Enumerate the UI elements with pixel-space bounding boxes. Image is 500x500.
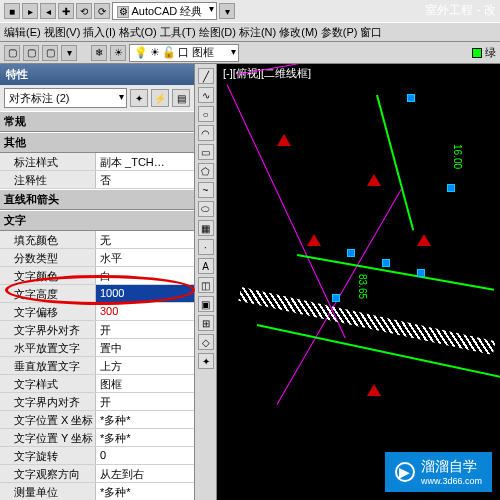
val-annotative[interactable]: 否 (95, 171, 194, 188)
val-alignout[interactable]: 开 (95, 321, 194, 338)
val-inalign[interactable]: 开 (95, 393, 194, 410)
color-swatch[interactable] (472, 48, 482, 58)
menu-view[interactable]: 视图(V) (44, 25, 81, 40)
rect-icon[interactable]: ▭ (198, 144, 214, 160)
val-textstyle[interactable]: 图框 (95, 375, 194, 392)
val-textcolor[interactable]: 白 (95, 267, 194, 284)
menu-window[interactable]: 窗口 (360, 25, 382, 40)
pline-icon[interactable]: ∿ (198, 87, 214, 103)
window-title: 室外工程 - 改 (425, 2, 496, 19)
vertical-toolbar: ╱ ∿ ○ ◠ ▭ ⬠ ~ ⬭ ▦ · A ◫ ▣ ⊞ ◇ ✦ (195, 64, 217, 500)
properties-panel: 特性 对齐标注 (2) ✦ ⚡ ▤ 常规 其他 标注样式副本 _TCH… 注释性… (0, 64, 195, 500)
val-fraction[interactable]: 水平 (95, 249, 194, 266)
cat-lines-arrows[interactable]: 直线和箭头 (0, 189, 194, 210)
dimension-text: 83.65 (357, 274, 368, 299)
arc-icon[interactable]: ◠ (198, 125, 214, 141)
icon-btn[interactable]: ✚ (58, 3, 74, 19)
drawing-canvas[interactable]: [-][俯视][二维线框] 16.00 83.65 ▶ 溜溜自学 www.3d6… (217, 64, 500, 500)
val-texty[interactable]: *多种* (95, 429, 194, 446)
top-toolbar-row1: ■ ▸ ◂ ✚ ⟲ ⟳ ⚙ AutoCAD 经典 ▾ 室外工程 - 改 (0, 0, 500, 22)
val-fill[interactable]: 无 (95, 231, 194, 248)
cat-text[interactable]: 文字 (0, 210, 194, 231)
icon-btn[interactable]: ⟳ (94, 3, 110, 19)
val-textx[interactable]: *多种* (95, 411, 194, 428)
save-icon[interactable]: ■ (4, 3, 20, 19)
val-posh[interactable]: 置中 (95, 339, 194, 356)
icon-btn[interactable]: ◂ (40, 3, 56, 19)
layer-combo[interactable]: 💡☀🔓口 图框 (129, 44, 239, 62)
dimension-text: 16.00 (452, 144, 463, 169)
layer-icon[interactable]: ❄ (91, 45, 107, 61)
menubar: 编辑(E) 视图(V) 插入(I) 格式(O) 工具(T) 绘图(D) 标注(N… (0, 22, 500, 42)
text-icon[interactable]: A (198, 258, 214, 274)
tool-icon[interactable]: ✦ (198, 353, 214, 369)
menu-format[interactable]: 格式(O) (119, 25, 157, 40)
menu-tools[interactable]: 工具(T) (160, 25, 196, 40)
menu-edit[interactable]: 编辑(E) (4, 25, 41, 40)
quick-icon[interactable]: ⚡ (151, 89, 169, 107)
icon-btn[interactable]: ⟲ (76, 3, 92, 19)
val-posv[interactable]: 上方 (95, 357, 194, 374)
tool-icon[interactable]: ◇ (198, 334, 214, 350)
tool-icon[interactable]: ▢ (23, 45, 39, 61)
icon-btn[interactable]: ▸ (22, 3, 38, 19)
tool-icon[interactable]: ▢ (42, 45, 58, 61)
region-icon[interactable]: ▣ (198, 296, 214, 312)
tool-icon[interactable]: ▢ (4, 45, 20, 61)
poly-icon[interactable]: ⬠ (198, 163, 214, 179)
pick-icon[interactable]: ✦ (130, 89, 148, 107)
block-icon[interactable]: ◫ (198, 277, 214, 293)
val-measunit[interactable]: *多种* (95, 483, 194, 500)
menu-modify[interactable]: 修改(M) (279, 25, 318, 40)
icon-btn[interactable]: ▾ (219, 3, 235, 19)
tool-icon[interactable]: ▾ (61, 45, 77, 61)
hatch-icon[interactable]: ▦ (198, 220, 214, 236)
selection-combo[interactable]: 对齐标注 (2) (4, 88, 127, 108)
val-viewdir[interactable]: 从左到右 (95, 465, 194, 482)
workspace-combo[interactable]: ⚙ AutoCAD 经典 (112, 2, 217, 20)
play-icon: ▶ (395, 462, 415, 482)
layer-icon[interactable]: ☀ (110, 45, 126, 61)
val-textoffset[interactable]: 300 (95, 303, 194, 320)
menu-insert[interactable]: 插入(I) (83, 25, 115, 40)
val-textrot[interactable]: 0 (95, 447, 194, 464)
toolbar-row2: ▢ ▢ ▢ ▾ ❄ ☀ 💡☀🔓口 图框 绿 (0, 42, 500, 64)
val-dimstyle[interactable]: 副本 _TCH… (95, 153, 194, 170)
filter-icon[interactable]: ▤ (172, 89, 190, 107)
table-icon[interactable]: ⊞ (198, 315, 214, 331)
circle-icon[interactable]: ○ (198, 106, 214, 122)
menu-param[interactable]: 参数(P) (321, 25, 358, 40)
point-icon[interactable]: · (198, 239, 214, 255)
panel-title: 特性 (0, 64, 194, 85)
watermark: ▶ 溜溜自学 www.3d66.com (385, 452, 492, 492)
menu-draw[interactable]: 绘图(D) (199, 25, 236, 40)
ellipse-icon[interactable]: ⬭ (198, 201, 214, 217)
val-textheight[interactable]: 1000 (95, 285, 194, 302)
color-label: 绿 (485, 45, 496, 60)
cat-general[interactable]: 常规 (0, 111, 194, 132)
spline-icon[interactable]: ~ (198, 182, 214, 198)
menu-dimension[interactable]: 标注(N) (239, 25, 276, 40)
line-icon[interactable]: ╱ (198, 68, 214, 84)
cat-other[interactable]: 其他 (0, 132, 194, 153)
